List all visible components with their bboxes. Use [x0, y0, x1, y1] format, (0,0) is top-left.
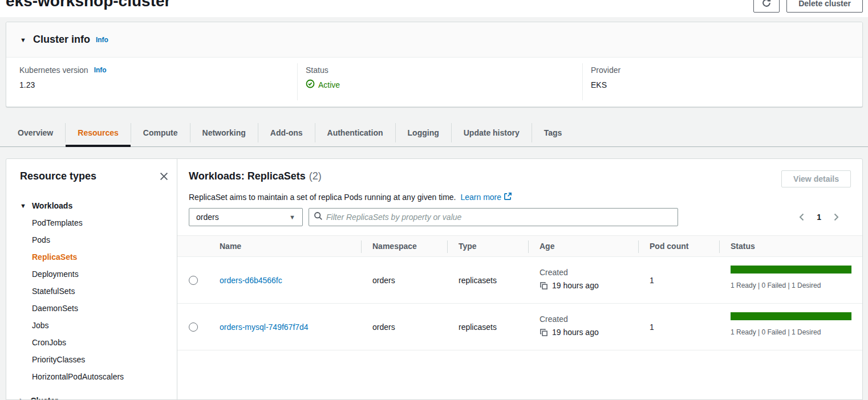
sidebar-item-jobs[interactable]: Jobs — [20, 317, 169, 334]
tab-overview[interactable]: Overview — [6, 119, 65, 146]
tab-authentication[interactable]: Authentication — [315, 119, 395, 146]
status-summary-text: 1 Ready | 0 Failed | 1 Desired — [731, 281, 851, 289]
replicasets-count: (2) — [309, 170, 322, 182]
replicaset-name-link[interactable]: orders-d6b4566fc — [220, 276, 282, 285]
tab-networking[interactable]: Networking — [190, 119, 258, 146]
tab-compute[interactable]: Compute — [131, 119, 190, 146]
chevron-down-icon: ▼ — [20, 202, 26, 209]
cluster-info-title: Cluster info — [33, 34, 90, 46]
row-age: Created 19 hours ago — [540, 304, 650, 350]
row-radio-button[interactable] — [189, 276, 198, 285]
row-radio-button[interactable] — [189, 323, 198, 332]
sidebar-item-daemonsets[interactable]: DaemonSets — [20, 300, 169, 317]
tab-resources[interactable]: Resources — [66, 119, 131, 146]
resource-types-sidebar: Resource types ▼ Workloads PodTemplates … — [6, 159, 177, 399]
cluster-tabs: Overview Resources Compute Networking Ad… — [0, 119, 868, 147]
cluster-info-info-link[interactable]: Info — [96, 36, 108, 44]
filter-category-dropdown[interactable]: orders ▼ — [189, 208, 303, 226]
kubernetes-version-label: Kubernetes version — [19, 66, 88, 75]
replicasets-description: ReplicaSet aims to maintain a set of rep… — [189, 193, 456, 202]
sidebar-item-cronjobs[interactable]: CronJobs — [20, 334, 169, 351]
close-icon[interactable] — [159, 172, 169, 181]
resource-browser-panel: Resource types ▼ Workloads PodTemplates … — [6, 158, 863, 400]
cluster-info-body: Kubernetes version Info 1.23 Status Acti… — [6, 58, 862, 107]
next-page-icon[interactable] — [832, 213, 841, 222]
external-link-icon — [504, 192, 512, 202]
view-details-button[interactable]: View details — [781, 170, 851, 187]
column-header-pod-count: Pod count — [650, 242, 731, 251]
table-header-row: Name Namespace Type Age Pod count Status — [177, 235, 862, 257]
collapse-caret-icon[interactable]: ▼ — [20, 36, 26, 43]
row-type: replicasets — [459, 257, 540, 303]
resource-types-title: Resource types — [20, 170, 96, 182]
age-value-text: 19 hours ago — [552, 328, 599, 337]
status-progress-bar — [731, 312, 851, 320]
sidebar-item-horizontalpodautoscalers[interactable]: HorizontalPodAutoscalers — [20, 368, 169, 385]
tree-group-label: Workloads — [32, 201, 72, 210]
row-status: 1 Ready | 0 Failed | 1 Desired — [731, 304, 862, 350]
column-header-status: Status — [731, 242, 862, 251]
tab-add-ons[interactable]: Add-ons — [258, 119, 315, 146]
table-row: orders-d6b4566fc orders replicasets Crea… — [177, 257, 862, 304]
pagination: 1 — [797, 213, 841, 222]
row-namespace: orders — [372, 257, 459, 303]
column-header-type: Type — [459, 242, 540, 251]
replicaset-name-link[interactable]: orders-mysql-749f67f7d4 — [220, 323, 309, 332]
filter-row: orders ▼ 1 — [189, 208, 851, 226]
chevron-down-icon: ▼ — [289, 214, 295, 221]
age-created-label: Created — [540, 315, 650, 324]
search-box — [309, 208, 678, 226]
age-created-label: Created — [540, 268, 650, 277]
sidebar-item-statefulsets[interactable]: StatefulSets — [20, 283, 169, 300]
table-row: orders-mysql-749f67f7d4 orders replicase… — [177, 304, 862, 350]
tree-group-cluster[interactable]: ▶ Cluster — [20, 392, 169, 400]
kubernetes-version-field: Kubernetes version Info 1.23 — [19, 66, 107, 89]
learn-more-label: Learn more — [460, 193, 501, 202]
provider-value: EKS — [591, 80, 620, 89]
learn-more-link[interactable]: Learn more — [460, 192, 512, 202]
tab-update-history[interactable]: Update history — [452, 119, 532, 146]
row-age: Created 19 hours ago — [540, 257, 650, 303]
status-value: Active — [318, 80, 340, 89]
row-namespace: orders — [372, 304, 459, 350]
tab-tags[interactable]: Tags — [532, 119, 574, 146]
tree-group-workloads[interactable]: ▼ Workloads — [20, 197, 169, 214]
previous-page-icon[interactable] — [797, 213, 806, 222]
row-status: 1 Ready | 0 Failed | 1 Desired — [731, 257, 862, 303]
sidebar-item-deployments[interactable]: Deployments — [20, 266, 169, 283]
row-type: replicasets — [459, 304, 540, 350]
column-header-name: Name — [220, 242, 372, 251]
replicasets-heading: Workloads: ReplicaSets — [189, 170, 306, 182]
tab-logging[interactable]: Logging — [396, 119, 451, 146]
page-title: eks-workshop-cluster — [6, 0, 171, 10]
cluster-info-panel: ▼ Cluster info Info Kubernetes version I… — [6, 22, 863, 107]
sidebar-item-podtemplates[interactable]: PodTemplates — [20, 214, 169, 231]
status-check-icon — [306, 79, 315, 90]
sidebar-item-priorityclasses[interactable]: PriorityClasses — [20, 351, 169, 368]
tree-group-label: Cluster — [30, 396, 58, 400]
header-actions: Delete cluster — [753, 0, 863, 13]
refresh-button[interactable] — [753, 0, 780, 13]
sidebar-item-replicasets[interactable]: ReplicaSets — [20, 248, 169, 266]
kubernetes-version-info-link[interactable]: Info — [94, 66, 107, 74]
kubernetes-version-value: 1.23 — [19, 80, 107, 89]
resource-types-tree: ▼ Workloads PodTemplates Pods ReplicaSet… — [20, 197, 169, 400]
provider-field: Provider EKS — [591, 66, 620, 89]
status-summary-text: 1 Ready | 0 Failed | 1 Desired — [731, 328, 851, 336]
search-input[interactable] — [326, 213, 673, 222]
copy-icon[interactable] — [540, 281, 548, 290]
current-page-number[interactable]: 1 — [817, 213, 821, 222]
refresh-icon — [761, 0, 772, 10]
status-field: Status Active — [306, 66, 340, 90]
status-label: Status — [306, 66, 328, 75]
delete-cluster-button[interactable]: Delete cluster — [786, 0, 863, 13]
row-pod-count: 1 — [650, 257, 731, 303]
status-progress-bar — [731, 266, 851, 274]
sidebar-item-pods[interactable]: Pods — [20, 231, 169, 248]
copy-icon[interactable] — [540, 328, 548, 337]
cluster-info-header[interactable]: ▼ Cluster info Info — [6, 22, 862, 58]
eks-cluster-page: eks-workshop-cluster Delete cluster ▼ Cl… — [0, 0, 868, 400]
search-icon — [314, 211, 323, 223]
dropdown-value: orders — [196, 213, 219, 222]
column-divider — [582, 63, 583, 100]
